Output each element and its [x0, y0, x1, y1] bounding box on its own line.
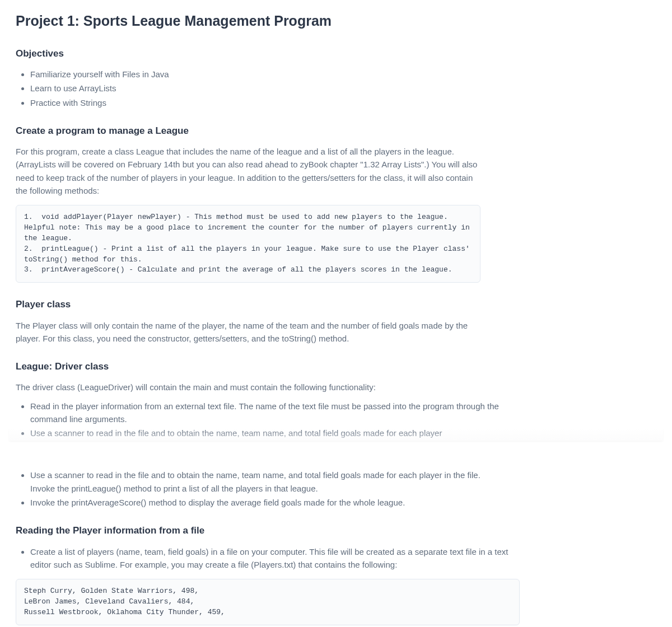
list-item: Practice with Strings [30, 96, 508, 109]
player-heading: Player class [16, 297, 656, 312]
reading-heading: Reading the Player information from a fi… [16, 523, 656, 538]
methods-code-block: 1. void addPlayer(Player newPlayer) - Th… [16, 205, 480, 283]
list-item: Use a scanner to read in the file and to… [30, 427, 508, 439]
driver-paragraph: The driver class (LeagueDriver) will con… [16, 381, 480, 394]
player-paragraph: The Player class will only contain the n… [16, 319, 480, 345]
list-item-text: Use a scanner to read in the file and to… [30, 470, 480, 480]
list-item-text-extra: Invoke the printLeague() method to print… [30, 484, 318, 493]
driver-list-1: Read in the player information from an e… [16, 400, 508, 440]
list-item: Learn to use ArrayLists [30, 82, 508, 95]
list-item: Invoke the printAverageScore() method to… [30, 496, 508, 509]
list-item: Use a scanner to read in the file and to… [30, 469, 508, 495]
driver-heading: League: Driver class [16, 359, 656, 374]
list-item: Familiarize yourself with Files in Java [30, 68, 508, 81]
create-heading: Create a program to manage a League [16, 124, 656, 138]
driver-list-2: Use a scanner to read in the file and to… [16, 469, 508, 509]
create-paragraph: For this program, create a class League … [16, 145, 480, 197]
page-title: Project 1: Sports League Management Prog… [16, 10, 656, 32]
list-item: Read in the player information from an e… [30, 400, 508, 426]
reading-list: Create a list of players (name, team, fi… [16, 545, 508, 572]
objectives-list: Familiarize yourself with Files in Java … [16, 68, 508, 109]
objectives-heading: Objectives [16, 46, 656, 61]
players-file-code-block: Steph Curry, Golden State Warriors, 498,… [16, 579, 520, 625]
list-item: Create a list of players (name, team, fi… [30, 545, 508, 572]
